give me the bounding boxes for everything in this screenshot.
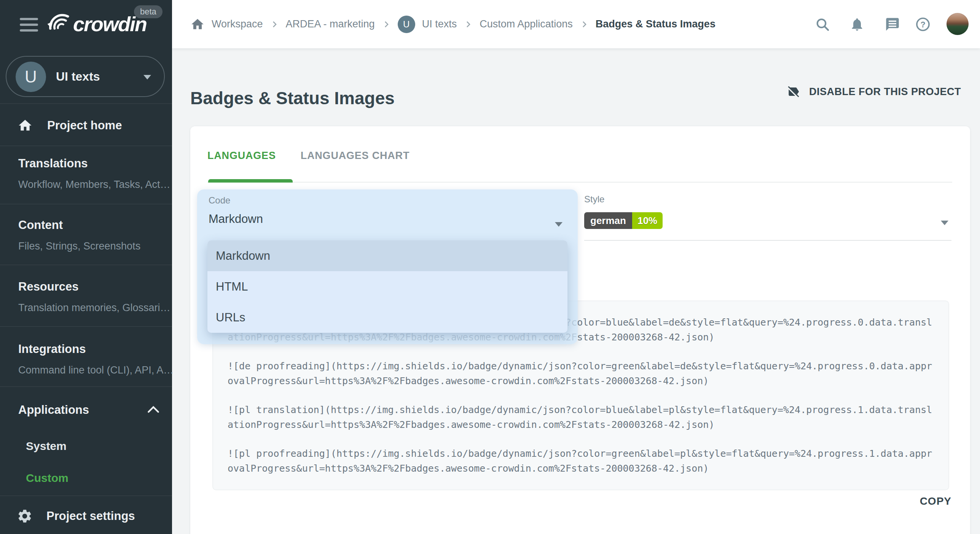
- divider: [0, 103, 172, 104]
- crowdin-logo[interactable]: crowdin: [45, 11, 147, 37]
- project-selector-label: UI texts: [56, 70, 100, 84]
- tab-languages-chart[interactable]: LANGUAGES CHART: [301, 150, 410, 162]
- sidebar-item-content[interactable]: Content Files, Strings, Screenshots: [18, 218, 159, 252]
- sidebar-item-project-settings[interactable]: Project settings: [0, 503, 172, 529]
- tab-languages[interactable]: LANGUAGES: [207, 150, 276, 162]
- breadcrumb-project[interactable]: UI texts: [422, 18, 457, 30]
- option-urls[interactable]: URLs: [207, 302, 567, 333]
- notifications-bell-icon[interactable]: [849, 17, 865, 32]
- breadcrumb-organization[interactable]: ARDEA - marketing: [286, 18, 375, 30]
- code-select-panel: Code Markdown Markdown HTML URLs: [197, 189, 578, 344]
- divider: [0, 146, 172, 146]
- style-field-underline: [584, 240, 951, 241]
- sidebar: crowdin beta U UI texts Project home Tra…: [0, 0, 172, 534]
- tab-bar: LANGUAGES LANGUAGES CHART: [207, 150, 410, 162]
- chevron-right-icon: [270, 20, 279, 29]
- project-avatar: U: [16, 62, 46, 92]
- help-icon[interactable]: ?: [915, 17, 931, 32]
- sidebar-item-integrations[interactable]: Integrations Command line tool (CLI), AP…: [18, 342, 159, 376]
- badge-preview: german 10%: [584, 212, 663, 229]
- page-title: Badges & Status Images: [190, 88, 395, 108]
- crowdin-swirl-icon: [45, 11, 70, 37]
- badge-language-label: german: [584, 212, 632, 229]
- option-html[interactable]: HTML: [207, 271, 567, 302]
- copy-button[interactable]: COPY: [920, 495, 951, 507]
- breadcrumb-custom-applications[interactable]: Custom Applications: [480, 18, 573, 30]
- home-icon[interactable]: [190, 17, 205, 32]
- tab-divider: [207, 182, 952, 183]
- style-select-chevron-icon[interactable]: [941, 221, 948, 225]
- chevron-right-icon: [464, 20, 473, 29]
- chevron-right-icon: [580, 20, 589, 29]
- code-select-value[interactable]: Markdown: [209, 212, 263, 226]
- hamburger-menu-icon[interactable]: [20, 18, 38, 32]
- sidebar-item-resources[interactable]: Resources Translation memories, Glossari…: [18, 280, 159, 314]
- divider: [0, 204, 172, 204]
- sidebar-item-project-home[interactable]: Project home: [0, 112, 172, 139]
- divider: [0, 496, 172, 496]
- sidebar-item-translations[interactable]: Translations Workflow, Members, Tasks, A…: [18, 157, 159, 191]
- chevron-right-icon: [382, 20, 391, 29]
- divider: [0, 265, 172, 265]
- divider: [0, 386, 172, 387]
- code-select-chevron-icon[interactable]: [555, 222, 563, 227]
- messages-chat-icon[interactable]: [885, 17, 900, 32]
- svg-text:?: ?: [920, 20, 925, 29]
- code-line: ![pl proofreading](https://img.shields.i…: [228, 446, 934, 476]
- option-markdown[interactable]: Markdown: [207, 240, 567, 271]
- code-field-label: Code: [209, 195, 230, 206]
- code-line: ![pl translation](https://img.shields.io…: [228, 402, 934, 432]
- sidebar-item-system[interactable]: System: [26, 440, 67, 453]
- beta-badge: beta: [134, 5, 163, 18]
- label-off-icon: [786, 84, 801, 99]
- sidebar-item-custom[interactable]: Custom: [26, 472, 69, 485]
- top-bar: Workspace ARDEA - marketing U UI texts C…: [172, 0, 980, 48]
- search-icon[interactable]: [815, 17, 830, 32]
- chevron-up-icon[interactable]: [147, 405, 160, 414]
- code-line: ![de proofreading](https://img.shields.i…: [228, 359, 934, 388]
- gear-icon: [17, 508, 33, 524]
- breadcrumb-project-avatar: U: [398, 16, 415, 33]
- sidebar-item-applications[interactable]: Applications: [18, 403, 159, 417]
- chevron-down-icon: [143, 75, 151, 79]
- home-icon: [18, 118, 33, 133]
- badge-progress-value: 10%: [632, 212, 663, 229]
- user-avatar[interactable]: [947, 13, 969, 35]
- divider: [0, 326, 172, 327]
- breadcrumb: Workspace ARDEA - marketing U UI texts C…: [190, 0, 715, 48]
- disable-for-project-button[interactable]: DISABLE FOR THIS PROJECT: [786, 84, 961, 99]
- breadcrumb-workspace[interactable]: Workspace: [212, 18, 263, 30]
- active-tab-indicator: [208, 179, 293, 183]
- breadcrumb-current-page: Badges & Status Images: [596, 18, 715, 30]
- code-select-options: Markdown HTML URLs: [207, 240, 567, 333]
- app-window: crowdin beta U UI texts Project home Tra…: [0, 0, 980, 534]
- project-selector[interactable]: U UI texts: [6, 56, 165, 97]
- style-field-label: Style: [584, 194, 604, 205]
